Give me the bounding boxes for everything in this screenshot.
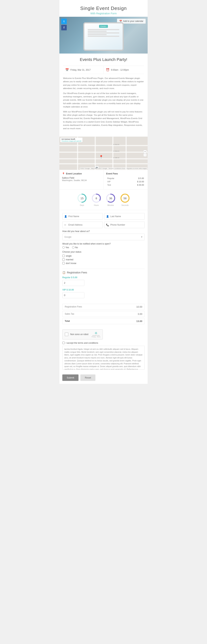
map-controls: + −: [143, 150, 147, 156]
countdown-item: 8 Hours: [91, 193, 101, 206]
submit-button[interactable]: Submit: [62, 374, 78, 381]
map-zoom-out[interactable]: −: [143, 153, 147, 156]
reg-fees-title: 📋 Registration Fees: [62, 269, 145, 274]
page-header: Single Event Design With Registration Fo…: [59, 0, 148, 17]
map-larger-link[interactable]: Visualizza mappa più grande: [61, 140, 81, 142]
terms-checkbox-wrapper[interactable]: I accept the terms and conditions: [62, 342, 145, 344]
captcha-logo: ♻ reCAPTCHA Privacy - Terms: [92, 332, 100, 338]
first-name-input[interactable]: [62, 213, 103, 220]
status-checkbox-group: single married don't know: [62, 255, 145, 264]
page-subtitle: With Registration Form: [63, 12, 144, 15]
captcha-label: Non sono un robot: [70, 333, 88, 336]
location-fees-section: 📍 Event Location Safeco Field Washington…: [59, 170, 148, 190]
event-meta: 📅 Friday, Mar 31, 2017 ⏰ 6:00am - 12:00p…: [63, 66, 144, 74]
notify-yes-label[interactable]: Yes: [62, 246, 69, 249]
event-card: Events Plus Launch Party! 📅 Friday, Mar …: [59, 54, 148, 137]
facebook-button[interactable]: f: [61, 25, 67, 30]
vip-qty-input[interactable]: [62, 292, 84, 298]
user-icon: 👤: [64, 215, 67, 218]
status-checkbox-item[interactable]: single: [62, 255, 145, 257]
event-description: Welcome to Events Plus WordPress Plugin.…: [63, 74, 144, 133]
event-date-cell: 📅 Friday, Mar 31, 2017: [63, 66, 104, 74]
status-checkbox-item[interactable]: married: [62, 258, 145, 261]
regular-qty-wrapper: ▲: [62, 280, 84, 286]
regular-fee-label: Regular $ 5.00: [62, 276, 145, 279]
event-time-cell: ⏰ 6:00am - 12:00pm: [104, 66, 144, 74]
table-row: Regular$ 5.00: [107, 177, 145, 180]
total-line: Registration Fees10.00: [62, 304, 145, 310]
map-marker: 📍: [99, 155, 103, 159]
form-submit-section: Submit Reset: [59, 372, 148, 384]
terms-checkbox[interactable]: [62, 342, 65, 344]
notify-yes-radio[interactable]: [62, 246, 65, 248]
last-name-input[interactable]: [104, 213, 145, 220]
table-row: Test$ 30.00: [107, 184, 145, 186]
event-time: 6:00am - 12:00pm: [111, 69, 129, 71]
email-input[interactable]: [62, 222, 103, 228]
hero-tablet: Events+: [80, 22, 127, 54]
calendar-icon: 📅: [65, 68, 69, 72]
notify-label: Would you like to be notified when event…: [62, 242, 145, 245]
notify-radio-group: Yes No: [62, 246, 145, 249]
phone-field: 📞: [104, 222, 145, 228]
captcha-section: Non sono un robot ♻ reCAPTCHA Privacy - …: [59, 327, 148, 342]
reset-button[interactable]: Reset: [80, 374, 95, 381]
event-date: Friday, Mar 31, 2017: [70, 69, 91, 71]
hear-label: How did you hear about us?: [62, 230, 145, 232]
user-icon-2: 👤: [106, 215, 109, 218]
map-label: 1st Avenue South Visualizza mappa più gr…: [60, 138, 83, 142]
event-map[interactable]: S 101st St S 103rd St S 104th St 1st Ave…: [59, 137, 148, 170]
email-icon: ✉: [64, 224, 66, 226]
status-checkbox-item[interactable]: don't know: [62, 262, 145, 264]
hear-select-wrapper: GoogleSocial MediaFriendOther ▼: [62, 234, 145, 240]
countdown-section: 15 Days 8 Hours 36 Minutes: [59, 190, 148, 210]
status-checkbox[interactable]: [62, 258, 65, 261]
contact-row: ✉ 📞: [62, 222, 145, 228]
location-address: Washington, Seattle; 98134: [62, 179, 101, 182]
location-name: Safeco Field: [62, 177, 101, 179]
phone-input[interactable]: [104, 222, 145, 228]
status-checkbox[interactable]: [62, 262, 65, 264]
status-label: Choose your status: [62, 250, 145, 253]
captcha-box[interactable]: Non sono un robot ♻ reCAPTCHA Privacy - …: [62, 329, 103, 340]
location-heading: 📍 Event Location: [62, 172, 101, 175]
vip-qty-wrapper: ▲: [62, 292, 84, 298]
fees-section: Event Fees Regular$ 5.00VIP$ 10.00Test$ …: [104, 170, 148, 189]
table-row: VIP$ 10.00: [107, 180, 145, 183]
total-line: Sales Tax3.00: [62, 311, 145, 317]
terms-section: I accept the terms and conditions lacini…: [59, 342, 148, 372]
totals-section: Registration Fees10.00Sales Tax3.00Total…: [59, 304, 148, 327]
status-checkbox[interactable]: [62, 255, 65, 257]
registration-fees-section: 📋 Registration Fees Regular $ 5.00 ▲ VIP…: [59, 269, 148, 304]
map-copyright: ©2017 Google - Map data ©2017 Google - T…: [80, 168, 147, 170]
hear-select[interactable]: GoogleSocial MediaFriendOther: [62, 234, 145, 240]
captcha-checkbox[interactable]: [65, 332, 68, 336]
page-title: Single Event Design: [63, 6, 144, 11]
calendar-icon: 📅: [119, 20, 122, 22]
notify-no-radio[interactable]: [72, 246, 74, 248]
total-line: Total13.00: [62, 318, 145, 324]
phone-icon: 📞: [106, 224, 109, 226]
fees-heading: Event Fees: [106, 172, 145, 175]
fees-table: Regular$ 5.00VIP$ 10.00Test$ 30.00: [106, 176, 145, 187]
event-title: Events Plus Launch Party!: [63, 57, 144, 62]
location-section: 📍 Event Location Safeco Field Washington…: [59, 170, 104, 189]
name-row: 👤 👤: [62, 213, 145, 220]
email-field: ✉: [62, 222, 103, 228]
notify-no-label[interactable]: No: [72, 246, 78, 249]
hero-image: t f 📅 Add to your calendar Events+: [59, 17, 148, 54]
map-zoom-in[interactable]: +: [143, 150, 147, 153]
regular-qty-input[interactable]: [62, 280, 84, 286]
vip-fee-label: VIP $ 10.00: [62, 288, 145, 291]
social-buttons: t f: [61, 18, 67, 30]
fees-icon: 📋: [62, 271, 65, 274]
last-name-field: 👤: [104, 213, 145, 220]
first-name-field: 👤: [62, 213, 103, 220]
location-icon: 📍: [62, 172, 65, 175]
twitter-button[interactable]: t: [61, 18, 67, 24]
terms-text[interactable]: lacinia tincidunt ligula. Integer at sem…: [62, 346, 145, 370]
terms-label: I accept the terms and conditions: [66, 342, 98, 344]
countdown-item: 58 Seconds: [120, 193, 130, 206]
clock-icon: ⏰: [106, 68, 110, 72]
countdown-item: 36 Minutes: [106, 193, 116, 206]
